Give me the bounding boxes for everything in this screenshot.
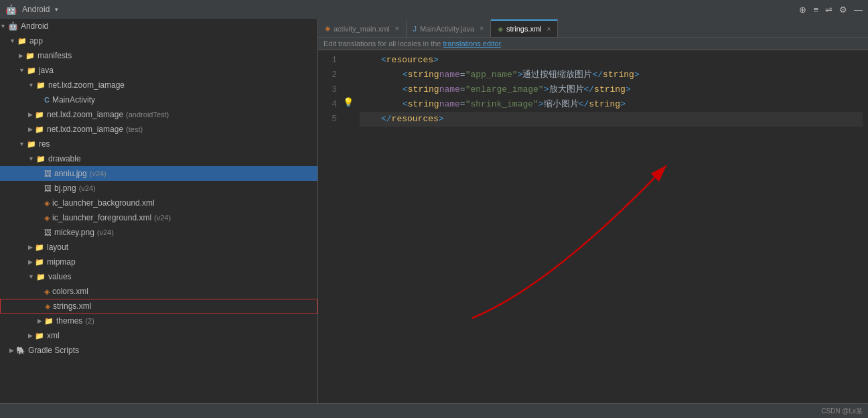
code-line-5: </resources> (360, 112, 863, 127)
tree-item-manifests[interactable]: 📁manifests (0, 48, 317, 63)
tree-item-mickey-png[interactable]: ▶🖼mickey.png(v24) (0, 225, 317, 240)
file-tree-sidebar: 🤖Android📁app📁manifests📁java📁net.lxd.zoom… (0, 19, 318, 403)
title-icon-group: ⊕ ≡ ⇌ ⚙ — (799, 5, 863, 15)
icon-res: 📁 (27, 140, 36, 149)
label-layout: layout (47, 242, 68, 252)
label-manifests: manifests (38, 51, 72, 60)
minimize-icon-btn[interactable]: — (854, 5, 863, 15)
gutter-icon-row-2 (342, 65, 354, 80)
label-themes: themes (56, 316, 82, 326)
label-res: res (39, 139, 50, 149)
tree-item-java[interactable]: 📁java (0, 63, 317, 78)
tree-item-drawable[interactable]: 📁drawable (0, 151, 317, 166)
tree-item-net-lxd[interactable]: 📁net.lxd.zoom_iamage (0, 78, 317, 92)
tree-item-android-root[interactable]: 🤖Android (0, 19, 317, 33)
expand-arrow-xml[interactable] (28, 332, 33, 339)
tab-activity_main[interactable]: ◈ activity_main.xml × (318, 19, 407, 37)
icon-drawable: 📁 (36, 155, 46, 163)
main-area: 🤖Android📁app📁manifests📁java📁net.lxd.zoom… (0, 19, 868, 403)
expand-arrow-java[interactable] (19, 67, 25, 74)
gutter-icon-row-3 (342, 80, 354, 94)
status-bar: CSDN @Lx某 (0, 403, 868, 418)
line-number-4: 4 (323, 97, 337, 112)
translations-editor-link[interactable]: translations editor (443, 40, 501, 48)
line-number-3: 3 (323, 82, 337, 97)
expand-arrow-res[interactable] (19, 141, 25, 147)
expand-arrow-android-root[interactable] (0, 23, 6, 29)
list-icon-btn[interactable]: ≡ (813, 5, 818, 15)
expand-arrow-mipmap[interactable] (28, 259, 33, 265)
icon-net-lxd: 📁 (36, 81, 46, 90)
tree-item-ic-launcher-bg[interactable]: ▶◈ic_launcher_background.xml (0, 196, 317, 210)
icon-mipmap: 📁 (35, 258, 44, 267)
code-line-4: <string name="shrink_image">缩小图片</string… (360, 97, 863, 112)
expand-arrow-app[interactable] (9, 38, 15, 44)
tree-item-app[interactable]: 📁app (0, 33, 317, 48)
title-bar: 🤖 Android ▾ ⊕ ≡ ⇌ ⚙ — (0, 0, 868, 19)
tab-close-strings_xml[interactable]: × (547, 25, 551, 33)
tree-item-themes[interactable]: 📁themes(2) (0, 314, 317, 328)
line-number-2: 2 (323, 68, 337, 82)
expand-arrow-themes[interactable] (38, 318, 42, 324)
add-icon-btn[interactable]: ⊕ (799, 5, 806, 15)
tree-item-values[interactable]: 📁values (0, 269, 317, 284)
tree-item-xml[interactable]: 📁xml (0, 328, 317, 343)
icon-layout: 📁 (35, 243, 44, 252)
sync-icon-btn[interactable]: ⇌ (825, 5, 833, 15)
tree-item-mainactivity[interactable]: ▶CMainActivity (0, 92, 317, 107)
editor-content: 12345 💡 <resources><string name="app_nam… (318, 50, 868, 403)
expand-arrow-net-lxd-test[interactable] (28, 126, 33, 133)
tab-close-activity_main[interactable]: × (395, 25, 399, 32)
expand-arrow-gradle-scripts[interactable] (9, 347, 14, 354)
icon-themes: 📁 (44, 317, 54, 326)
status-bar-right: CSDN @Lx某 (821, 407, 863, 416)
icon-strings-xml: ◈ (45, 302, 50, 311)
tree-item-layout[interactable]: 📁layout (0, 240, 317, 255)
icon-java: 📁 (27, 66, 36, 75)
tree-item-net-lxd-android[interactable]: 📁net.lxd.zoom_iamage(androidTest) (0, 107, 317, 122)
icon-gradle-scripts: 🐘 (16, 346, 25, 355)
icon-xml: 📁 (35, 332, 44, 340)
icon-net-lxd-android: 📁 (35, 111, 44, 119)
tree-item-colors-xml[interactable]: ▶◈colors.xml (0, 284, 317, 299)
label-android-root: Android (21, 21, 48, 31)
gutter-icon-row-5 (342, 109, 354, 124)
label-ic-launcher-bg: ic_launcher_background.xml (52, 198, 155, 208)
tree-item-net-lxd-test[interactable]: 📁net.lxd.zoom_iamage(test) (0, 122, 317, 137)
icon-anniu-jpg: 🖼 (44, 169, 52, 178)
tree-item-anniu-jpg[interactable]: ▶🖼anniu.jpg(v24) (0, 166, 317, 181)
settings-icon-btn[interactable]: ⚙ (839, 5, 847, 15)
expand-arrow-values[interactable] (28, 273, 34, 280)
tree-item-gradle-scripts[interactable]: 🐘Gradle Scripts (0, 343, 317, 358)
tree-item-mipmap[interactable]: 📁mipmap (0, 255, 317, 269)
expand-arrow-drawable[interactable] (28, 155, 34, 162)
tab-close-main_activity[interactable]: × (480, 25, 484, 32)
tree-item-strings-xml[interactable]: ▶◈strings.xml (0, 299, 317, 314)
tree-item-ic-launcher-fg[interactable]: ▶◈ic_launcher_foreground.xml(v24) (0, 210, 317, 225)
label-mickey-png: mickey.png (54, 228, 94, 237)
icon-mickey-png: 🖼 (44, 228, 52, 236)
suffix-mickey-png: (v24) (97, 228, 114, 236)
icon-net-lxd-test: 📁 (35, 125, 44, 134)
label-mipmap: mipmap (47, 257, 76, 267)
tree-item-res[interactable]: 📁res (0, 137, 317, 151)
expand-arrow-layout[interactable] (28, 244, 33, 251)
label-net-lxd: net.lxd.zoom_iamage (48, 80, 125, 90)
gutter-icon-row-4: 💡 (342, 94, 354, 109)
title-label: Android (22, 5, 50, 14)
tree-item-bj-png[interactable]: ▶🖼bj.png(v24) (0, 181, 317, 196)
label-drawable: drawable (48, 154, 81, 163)
code-area[interactable]: <resources><string name="app_name">通过按钮缩… (354, 50, 868, 403)
expand-arrow-manifests[interactable] (19, 52, 23, 59)
tab-strings_xml[interactable]: ◈ strings.xml × (491, 19, 558, 37)
icon-mainactivity: C (44, 96, 50, 104)
expand-arrow-net-lxd-android[interactable] (28, 111, 33, 118)
expand-arrow-net-lxd[interactable] (28, 82, 34, 88)
code-line-3: <string name="enlarge_image">放大图片</strin… (360, 82, 863, 97)
title-dropdown-arrow[interactable]: ▾ (55, 6, 58, 13)
label-bj-png: bj.png (54, 184, 76, 193)
tab-icon-activity_main: ◈ (325, 24, 330, 33)
tab-main_activity[interactable]: J MainActivity.java × (407, 19, 491, 37)
editor-info-bar: Edit translations for all locales in the… (318, 38, 868, 50)
line-number-1: 1 (323, 53, 337, 68)
